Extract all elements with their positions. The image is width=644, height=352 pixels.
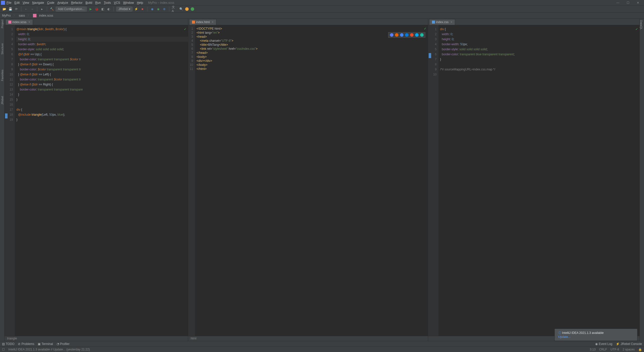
main-menu: FileEditViewNavigateCodeAnalyzeRefactorB… bbox=[7, 1, 143, 5]
status-lock-icon[interactable]: 🔒 bbox=[638, 348, 642, 351]
debug-button[interactable]: 🐞 bbox=[94, 7, 99, 11]
tab-label: index.html bbox=[196, 20, 210, 24]
maximize-button[interactable]: ☐ bbox=[623, 1, 633, 5]
notif2-icon[interactable] bbox=[191, 7, 194, 11]
crumb-file[interactable]: index.scss bbox=[39, 14, 53, 17]
browser-icon[interactable] bbox=[410, 33, 414, 37]
notif-update-link[interactable]: Update... bbox=[558, 335, 634, 339]
tool-project[interactable]: Project bbox=[1, 20, 4, 28]
status-line-ending[interactable]: CRLF bbox=[599, 348, 607, 351]
html-editor[interactable]: ✓ 1234567891011 <!DOCTYPE html><html lan… bbox=[188, 25, 428, 336]
tool-eventlog[interactable]: ◉ Event Log bbox=[595, 342, 612, 346]
scss-editor[interactable]: ✓ 12345678910111213141516171819 @mixin t… bbox=[5, 25, 188, 336]
status-bar: ☐ IntelliJ IDEA 2021.1.3 available // Up… bbox=[0, 346, 644, 352]
back-button[interactable]: ← bbox=[24, 7, 28, 11]
tool-problems[interactable]: ⊘ Problems bbox=[18, 342, 34, 346]
css-file-icon bbox=[432, 21, 435, 24]
menu-vcs[interactable]: VCS bbox=[114, 1, 120, 5]
save-icon[interactable]: 💾 bbox=[8, 7, 13, 11]
bc-scss[interactable]: triangle bbox=[5, 336, 20, 341]
jrebel-select[interactable]: JRebel ▾ bbox=[116, 7, 133, 12]
editor-breadcrumbs: triangle html bbox=[5, 336, 639, 341]
open-icon[interactable]: 📂 bbox=[2, 7, 7, 11]
tool-profiler[interactable]: ◔ Profiler bbox=[57, 342, 70, 346]
check-icon: ✓ bbox=[424, 27, 426, 31]
app-logo-icon bbox=[1, 1, 5, 5]
check-icon: ✓ bbox=[635, 27, 638, 32]
css-editor[interactable]: ✓ 12345678910 div { width: 0; height: 0;… bbox=[428, 25, 639, 336]
close-icon[interactable]: × bbox=[212, 20, 214, 24]
run-button[interactable]: ▶ bbox=[88, 7, 93, 11]
browser-icon[interactable] bbox=[420, 33, 424, 37]
tool-todo[interactable]: ▤ TODO bbox=[2, 342, 14, 346]
status-indent[interactable]: 2 spaces bbox=[623, 348, 635, 351]
menu-build[interactable]: Build bbox=[86, 1, 92, 5]
sync-icon[interactable]: ⟳ bbox=[14, 7, 19, 11]
menu-view[interactable]: View bbox=[23, 1, 29, 5]
menu-run[interactable]: Run bbox=[95, 1, 101, 5]
menu-edit[interactable]: Edit bbox=[14, 1, 20, 5]
status-cursor-pos: 3:13 bbox=[590, 348, 595, 351]
editor-pane-scss: index.scss × ✓ 1234567891011121314151617… bbox=[5, 19, 188, 336]
tool-jrebel[interactable]: JRebel bbox=[1, 96, 4, 105]
menu-help[interactable]: Help bbox=[137, 1, 143, 5]
tool-dataql[interactable]: DataQL bbox=[640, 19, 643, 30]
browser-icon[interactable] bbox=[405, 33, 409, 37]
tool-terminal[interactable]: ▣ Terminal bbox=[38, 342, 53, 346]
window-title: MyPro – index.scss bbox=[148, 1, 174, 5]
close-icon[interactable]: × bbox=[28, 20, 30, 24]
tab-html[interactable]: index.html × bbox=[189, 19, 216, 25]
tool-favorites[interactable]: Favorites bbox=[1, 70, 4, 81]
jrebel-run-icon[interactable]: ⚡ bbox=[134, 7, 139, 11]
browser-icon[interactable] bbox=[415, 33, 419, 37]
menu-tools[interactable]: Tools bbox=[104, 1, 111, 5]
tool3-icon[interactable]: ⊕ bbox=[162, 7, 167, 11]
build-icon[interactable]: ▸ bbox=[40, 7, 44, 11]
notif-title: IntelliJ IDEA 2021.1.3 available bbox=[562, 331, 603, 335]
menu-navigate[interactable]: Navigate bbox=[32, 1, 44, 5]
locale-icon[interactable]: 文A bbox=[172, 7, 176, 11]
crumb-project[interactable]: MyPro bbox=[2, 14, 11, 17]
close-icon[interactable]: × bbox=[451, 20, 452, 24]
close-button[interactable]: ✕ bbox=[633, 1, 643, 5]
crumb-folder[interactable]: sass bbox=[19, 14, 25, 17]
scss-file-icon bbox=[33, 14, 36, 17]
menu-file[interactable]: File bbox=[7, 1, 11, 5]
tab-scss[interactable]: index.scss × bbox=[6, 19, 33, 25]
bottom-tool-bar: ▤ TODO ⊘ Problems ▣ Terminal ◔ Profiler … bbox=[0, 341, 644, 346]
toolbar: 📂 💾 ⟳ ← → ▸ 🔨 Add Configuration... ▶ 🐞 ◧… bbox=[0, 6, 644, 13]
menu-analyze[interactable]: Analyze bbox=[57, 1, 68, 5]
minimize-button[interactable]: — bbox=[613, 1, 623, 5]
tool-jrebel-console[interactable]: ⚡ JRebel Console bbox=[616, 342, 642, 346]
status-message[interactable]: IntelliJ IDEA 2021.1.3 available // Upda… bbox=[8, 348, 90, 351]
menu-window[interactable]: Window bbox=[123, 1, 134, 5]
profile-button[interactable]: ◐ bbox=[106, 7, 111, 11]
run-config-select[interactable]: Add Configuration... bbox=[56, 7, 87, 12]
tab-label: index.scss bbox=[12, 20, 26, 24]
menu-code[interactable]: Code bbox=[47, 1, 54, 5]
tab-label: index.css bbox=[436, 20, 449, 24]
stop-button[interactable]: ■ bbox=[140, 7, 145, 11]
tab-css[interactable]: index.css × bbox=[429, 19, 455, 25]
editor-pane-css: index.css × ✓ 12345678910 div { width: 0… bbox=[428, 19, 639, 336]
check-icon: ✓ bbox=[184, 27, 186, 32]
tool-structure[interactable]: Structure bbox=[1, 43, 4, 55]
hammer-icon[interactable]: 🔨 bbox=[50, 7, 54, 11]
search-icon[interactable]: 🔍 bbox=[179, 7, 183, 11]
tool2-icon[interactable]: ◉ bbox=[156, 7, 160, 11]
notif1-icon[interactable] bbox=[185, 7, 189, 11]
nav-breadcrumb: MyPro 〉 sass 〉 index.scss bbox=[0, 13, 644, 19]
browser-icon[interactable] bbox=[395, 33, 398, 37]
editor-pane-html: index.html × ✓ 1234567891011 <!DOCTYPE h… bbox=[188, 19, 428, 336]
title-bar: FileEditViewNavigateCodeAnalyzeRefactorB… bbox=[0, 0, 644, 6]
browser-icon[interactable] bbox=[400, 33, 404, 37]
html-file-icon bbox=[192, 21, 195, 24]
browser-icon[interactable] bbox=[390, 33, 393, 37]
bc-html[interactable]: html bbox=[188, 336, 199, 341]
menu-refactor[interactable]: Refactor bbox=[71, 1, 83, 5]
coverage-button[interactable]: ◧ bbox=[100, 7, 105, 11]
status-encoding[interactable]: UTF-8 bbox=[611, 348, 619, 351]
tool1-icon[interactable]: ◉ bbox=[150, 7, 154, 11]
notification-popup: ⓘ IntelliJ IDEA 2021.1.3 available Updat… bbox=[554, 329, 637, 341]
forward-button[interactable]: → bbox=[30, 7, 34, 11]
